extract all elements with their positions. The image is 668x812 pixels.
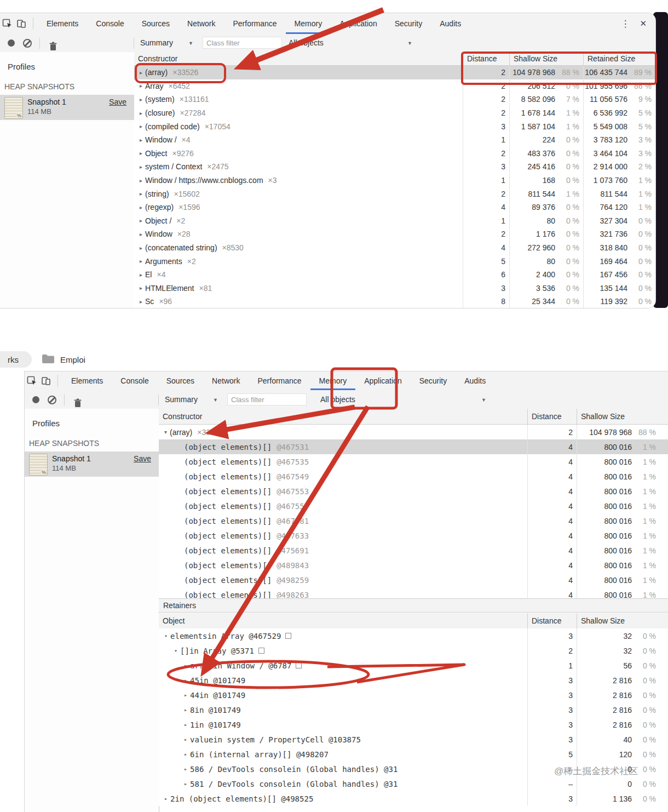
save-link[interactable]: Save: [109, 98, 126, 106]
table-row[interactable]: ▸(string)×156022811 5441 %811 5441 %: [134, 187, 655, 201]
clear-icon[interactable]: [48, 396, 56, 404]
table-row[interactable]: ▸Arguments×25800 %169 4640 %: [134, 254, 655, 268]
table-row[interactable]: (object elements)[]@4982594800 0161 %: [159, 573, 668, 587]
column-header-shallow-size[interactable]: Shallow Size: [577, 613, 660, 628]
expand-arrow-icon[interactable]: ▸: [140, 178, 142, 184]
column-header-shallow-size[interactable]: Shallow Size: [577, 409, 660, 424]
bookmark-pill[interactable]: rks: [0, 351, 32, 368]
table-row[interactable]: (object elements)[]@4675534800 0161 %: [159, 484, 668, 499]
expand-arrow-icon[interactable]: ▸: [164, 796, 168, 802]
table-row[interactable]: ▸Array×64522206 5120 %101 955 69686 %: [134, 79, 655, 93]
table-row[interactable]: ▸(closure)×2728421 678 1441 %6 536 9925 …: [134, 106, 655, 120]
tab-elements[interactable]: Elements: [38, 13, 87, 34]
tab-memory[interactable]: Memory: [310, 371, 356, 390]
column-header-object[interactable]: Object: [159, 613, 527, 628]
table-row[interactable]: ▸Window /×412240 %3 783 1203 %: [134, 133, 655, 147]
expand-arrow-icon[interactable]: ▸: [184, 707, 187, 713]
expand-arrow-icon[interactable]: ▸: [140, 285, 142, 291]
record-icon[interactable]: [8, 39, 15, 47]
expand-arrow-icon[interactable]: ▸: [184, 736, 187, 742]
device-toolbar-icon[interactable]: [14, 13, 28, 34]
collapse-arrow-icon[interactable]: ▾: [174, 648, 177, 654]
table-row[interactable]: ▸El×462 4000 %167 4560 %: [134, 268, 655, 282]
table-row[interactable]: (object elements)[]@4675814800 0161 %: [159, 513, 668, 528]
table-row[interactable]: ▾elements in Array @4675293320 %: [159, 628, 668, 643]
expand-arrow-icon[interactable]: ▸: [140, 83, 142, 89]
tab-elements[interactable]: Elements: [62, 371, 112, 390]
table-row[interactable]: ▸system / Context×24753245 4160 %2 914 0…: [134, 160, 655, 174]
collapse-arrow-icon[interactable]: ▾: [164, 633, 168, 639]
expand-arrow-icon[interactable]: ▸: [140, 231, 142, 237]
table-row[interactable]: (object elements)[]@4675574800 0161 %: [159, 499, 668, 513]
expand-arrow-icon[interactable]: ▸: [140, 258, 142, 264]
expand-arrow-icon[interactable]: ▸: [140, 123, 142, 129]
table-row[interactable]: ▾(array)×335262104 978 96888 %: [159, 425, 668, 439]
column-header-distance[interactable]: Distance: [527, 409, 577, 424]
table-row[interactable]: (object elements)[]@4982634800 0161 %: [159, 587, 668, 598]
table-row[interactable]: ▸Window / https://www.cnblogs.com×311680…: [134, 174, 655, 187]
all-objects-select[interactable]: All objects: [289, 38, 324, 47]
table-row[interactable]: ▸HTMLElement×8133 5360 %135 1440 %: [134, 282, 655, 295]
summary-select[interactable]: Summary: [165, 395, 198, 404]
table-row[interactable]: ▸(compiled code)×1705431 587 1041 %5 549…: [134, 119, 655, 133]
snapshot-item[interactable]: % Snapshot 1 114 MB Save: [0, 95, 134, 120]
device-toolbar-icon[interactable]: [39, 371, 53, 390]
expand-arrow-icon[interactable]: ▸: [140, 218, 142, 224]
table-row[interactable]: ▸8 in @10174932 8160 %: [159, 702, 668, 717]
table-row[interactable]: ▸Window×2821 1760 %321 7360 %: [134, 227, 655, 241]
inspect-icon[interactable]: [0, 13, 14, 34]
column-header-distance[interactable]: Distance: [527, 613, 577, 628]
tab-sources[interactable]: Sources: [158, 371, 203, 390]
table-row[interactable]: ▸45 in @10174932 8160 %: [159, 673, 668, 688]
table-row[interactable]: ▸581 / DevTools console in (Global handl…: [159, 776, 668, 791]
tab-memory[interactable]: Memory: [286, 13, 331, 34]
expand-arrow-icon[interactable]: ▸: [140, 164, 142, 170]
expand-arrow-icon[interactable]: ▸: [184, 751, 187, 757]
table-row[interactable]: ▾[] in Array @53712320 %: [159, 643, 668, 658]
expand-arrow-icon[interactable]: ▸: [184, 677, 187, 683]
expand-arrow-icon[interactable]: ▸: [184, 692, 187, 698]
tab-application[interactable]: Application: [331, 13, 386, 34]
expand-arrow-icon[interactable]: ▸: [140, 245, 142, 251]
more-menu-icon[interactable]: ⋮: [613, 18, 637, 30]
collapse-arrow-icon[interactable]: ▾: [164, 429, 167, 435]
table-row[interactable]: (object elements)[]@4675354800 0161 %: [159, 454, 668, 469]
table-row[interactable]: (object elements)[]@4756914800 0161 %: [159, 543, 668, 558]
class-filter-input[interactable]: [203, 37, 282, 49]
table-row[interactable]: ▸value in system / PropertyCell @1038753…: [159, 732, 668, 747]
expand-arrow-icon[interactable]: ▸: [140, 299, 142, 305]
expand-arrow-icon[interactable]: ▸: [140, 150, 142, 156]
expand-arrow-icon[interactable]: ▸: [184, 722, 187, 728]
expand-arrow-icon[interactable]: ▸: [140, 272, 142, 278]
column-header-constructor[interactable]: Constructor: [134, 52, 463, 65]
column-header-retained-size[interactable]: Retained Size: [583, 52, 655, 65]
expand-arrow-icon[interactable]: ▸: [184, 766, 187, 772]
tab-network[interactable]: Network: [203, 371, 249, 390]
table-row[interactable]: (object elements)[]@4676334800 0161 %: [159, 528, 668, 543]
bookmark-folder-label[interactable]: Emploi: [60, 355, 85, 364]
table-row[interactable]: ▸(array)×335262104 978 96888 %106 435 74…: [134, 66, 655, 79]
class-filter-input[interactable]: [227, 393, 307, 405]
table-row[interactable]: ▸44 in @10174932 8160 %: [159, 688, 668, 702]
column-header-distance[interactable]: Distance: [463, 52, 509, 65]
inspect-icon[interactable]: [25, 371, 39, 390]
table-row[interactable]: ▸2 in (object elements)[] @49852531 1360…: [159, 791, 668, 806]
expand-arrow-icon[interactable]: ▸: [140, 137, 142, 143]
reveal-checkbox-icon[interactable]: [258, 648, 264, 654]
save-link[interactable]: Save: [134, 454, 151, 463]
reveal-checkbox-icon[interactable]: [296, 662, 302, 668]
summary-select[interactable]: Summary: [140, 38, 173, 47]
table-row[interactable]: ▸Sc×96825 3440 %119 3920 %: [134, 295, 655, 308]
table-row[interactable]: (object elements)[]@4898434800 0161 %: [159, 558, 668, 573]
tab-audits[interactable]: Audits: [456, 371, 494, 390]
all-objects-select[interactable]: All objects: [320, 395, 355, 404]
close-icon[interactable]: ✕: [637, 19, 655, 28]
table-row[interactable]: ▸(regexp)×1596489 3760 %764 1201 %: [134, 201, 655, 214]
reveal-checkbox-icon[interactable]: [285, 633, 291, 639]
table-row[interactable]: ▸Object×92762483 3760 %3 464 1043 %: [134, 147, 655, 161]
tab-application[interactable]: Application: [355, 371, 411, 390]
table-row[interactable]: ▸array in Window / @67871560 %: [159, 658, 668, 673]
tab-network[interactable]: Network: [178, 13, 224, 34]
tab-performance[interactable]: Performance: [224, 13, 285, 34]
tab-security[interactable]: Security: [411, 371, 456, 390]
